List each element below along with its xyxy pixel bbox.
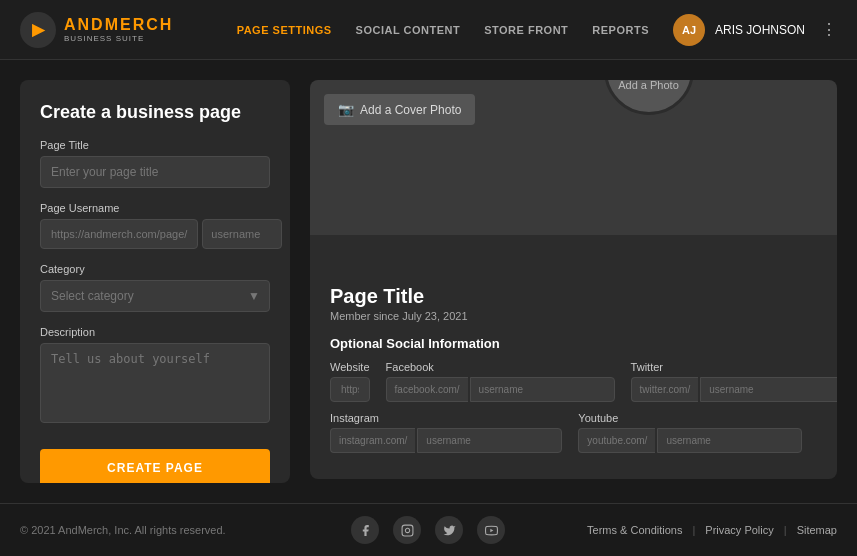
svg-marker-2 [490,528,493,531]
twitter-label: Twitter [631,361,837,373]
website-field: Website [330,361,370,402]
footer-social-links [292,516,564,544]
instagram-prefix: instagram.com/ [330,428,415,453]
twitter-social-icon[interactable] [435,516,463,544]
cover-photo-label: Add a Cover Photo [360,103,461,117]
youtube-input-group: youtube.com/ [578,428,802,453]
category-group: Category Select category ▼ [40,263,270,312]
social-row-1: Website Facebook facebook.com/ Twitter [330,361,817,402]
top-navigation: ▶ ANDMERCH BUSINESS SUITE PAGE SETTINGS … [0,0,857,60]
footer-copyright: © 2021 AndMerch, Inc. All rights reserve… [20,524,292,536]
create-page-button[interactable]: CREATE PAGE [40,449,270,483]
nav-link-social-content[interactable]: SOCIAL CONTENT [356,24,461,36]
facebook-field: Facebook facebook.com/ [386,361,615,402]
camera-icon: 📷 [338,102,354,117]
logo-icon: ▶ [20,12,56,48]
footer-divider-2: | [784,524,787,536]
description-textarea[interactable] [40,343,270,423]
twitter-field: Twitter twitter.com/ [631,361,837,402]
privacy-link[interactable]: Privacy Policy [705,524,773,536]
left-panel: Create a business page Page Title Page U… [20,80,290,483]
url-prefix: https://andmerch.com/page/ [40,219,198,249]
add-profile-photo-button[interactable]: 📷 Add a Photo [604,80,694,115]
svg-rect-0 [402,525,413,536]
nav-link-store-front[interactable]: STORE FRONT [484,24,568,36]
category-select-wrapper: Select category ▼ [40,280,270,312]
social-section-title: Optional Social Information [330,336,817,351]
website-label: Website [330,361,370,373]
category-label: Category [40,263,270,275]
logo-text: ANDMERCH BUSINESS SUITE [64,16,173,43]
logo-name: ANDMERCH [64,16,173,34]
page-title-input[interactable] [40,156,270,188]
facebook-prefix: facebook.com/ [386,377,468,402]
username-group: Page Username https://andmerch.com/page/ [40,202,270,249]
nav-links: PAGE SETTINGS SOCIAL CONTENT STORE FRONT… [237,24,649,36]
nav-user: AJ ARIS JOHNSON ⋮ [673,14,837,46]
description-group: Description [40,326,270,427]
facebook-social-icon[interactable] [351,516,379,544]
username-input[interactable] [202,219,282,249]
page-title-group: Page Title [40,139,270,188]
category-select[interactable]: Select category [40,280,270,312]
right-panel: 📷 Add a Cover Photo 📷 Add a Photo Page T… [310,80,837,483]
page-title-label: Page Title [40,139,270,151]
nav-avatar: AJ [673,14,705,46]
member-since: Member since July 23, 2021 [330,310,817,322]
description-label: Description [40,326,270,338]
twitter-prefix: twitter.com/ [631,377,699,402]
youtube-prefix: youtube.com/ [578,428,655,453]
facebook-label: Facebook [386,361,615,373]
main-content: Create a business page Page Title Page U… [0,60,857,503]
nav-username: ARIS JOHNSON [715,23,805,37]
instagram-label: Instagram [330,412,562,424]
username-label: Page Username [40,202,270,214]
youtube-input[interactable] [657,428,802,453]
footer-divider-1: | [692,524,695,536]
add-photo-label: Add a Photo [618,80,679,91]
logo-accent: AND [64,16,105,33]
instagram-input-group: instagram.com/ [330,428,562,453]
nav-more-icon[interactable]: ⋮ [821,20,837,39]
instagram-social-icon[interactable] [393,516,421,544]
footer-links: Terms & Conditions | Privacy Policy | Si… [565,524,837,536]
logo-area: ▶ ANDMERCH BUSINESS SUITE [20,12,173,48]
url-group: https://andmerch.com/page/ [40,219,270,249]
logo-sub: BUSINESS SUITE [64,34,173,43]
instagram-input[interactable] [417,428,562,453]
social-row-2: Instagram instagram.com/ Youtube youtube… [330,412,817,453]
nav-link-reports[interactable]: REPORTS [592,24,649,36]
twitter-input[interactable] [700,377,837,402]
cover-photo-area: 📷 Add a Cover Photo 📷 Add a Photo [310,80,837,235]
social-section: Optional Social Information Website Face… [330,336,817,453]
youtube-social-icon[interactable] [477,516,505,544]
sitemap-link[interactable]: Sitemap [797,524,837,536]
profile-area: Page Title Member since July 23, 2021 Op… [310,235,837,479]
instagram-field: Instagram instagram.com/ [330,412,562,453]
facebook-input-group: facebook.com/ [386,377,615,402]
twitter-input-group: twitter.com/ [631,377,837,402]
terms-link[interactable]: Terms & Conditions [587,524,682,536]
add-cover-photo-button[interactable]: 📷 Add a Cover Photo [324,94,475,125]
facebook-input[interactable] [470,377,615,402]
footer: © 2021 AndMerch, Inc. All rights reserve… [0,503,857,556]
panel-title: Create a business page [40,102,270,123]
youtube-label: Youtube [578,412,802,424]
page-title-display: Page Title [330,285,817,308]
website-input[interactable] [330,377,370,402]
nav-link-page-settings[interactable]: PAGE SETTINGS [237,24,332,36]
youtube-field: Youtube youtube.com/ [578,412,802,453]
